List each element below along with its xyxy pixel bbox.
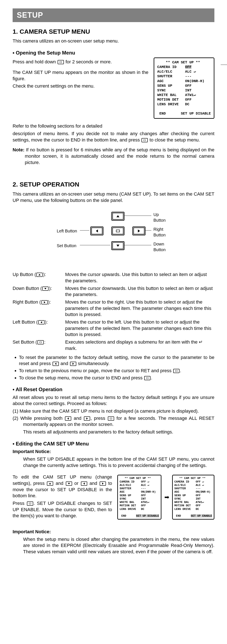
setup-banner: SETUP — [12, 8, 214, 22]
set-button-icon — [108, 416, 114, 421]
check-settings-text: Check the current settings on the menu. — [12, 83, 148, 89]
button-diagram: Up Button Down Button Right Button Left … — [46, 212, 181, 258]
left-button-box — [90, 226, 103, 235]
right-button-label: Right Button — [153, 226, 166, 238]
set-button-icon — [27, 502, 33, 506]
right-button-icon — [100, 482, 106, 486]
important-notice-label-1: Important Notice: — [12, 448, 214, 455]
up-button-label: Up Button — [153, 212, 166, 223]
set-button-box — [111, 226, 124, 235]
all-reset-step2-cont: This resets all adjustments and paramete… — [23, 429, 214, 435]
menu-appears-text: The CAM SET UP menu appears on the monit… — [12, 69, 148, 82]
all-reset-step1: (1) Make sure that the CAM SET UP menu i… — [12, 408, 214, 414]
button-desc-row: Right Button ():Moves the cursor to the … — [12, 298, 214, 318]
down-button-box — [111, 241, 124, 250]
right-button-icon — [41, 300, 48, 304]
set-button-icon — [141, 138, 148, 142]
left-button-icon — [38, 320, 44, 324]
set-button-icon — [144, 376, 151, 380]
refer-text: Refer to the following sections for a de… — [12, 123, 214, 129]
button-desc-row: Down Button ():Moves the cursor downward… — [12, 285, 214, 298]
all-reset-intro: All reset allows you to reset all setup … — [12, 394, 214, 407]
right-button-icon — [84, 416, 90, 421]
set-button-label: Set Button — [57, 243, 76, 249]
important-notice-label-2: Important Notice: — [12, 529, 214, 535]
osd-main-menu: ** CAM SET UP ** CAMERA ID OFF ALC/ELC A… — [154, 58, 214, 119]
button-desc-row: Up Button ():Moves the cursor upwards. U… — [12, 271, 214, 284]
down-button-label: Down Button — [153, 241, 166, 253]
editing-heading: • Editing the CAM SET UP Menu — [12, 440, 214, 447]
osd-disable: ** CAM SET UP ** CAMERA ID OFF ↵ ALC/ELC… — [117, 475, 161, 520]
edit-instructions-1: To edit the CAM SET UP menu (change sett… — [12, 474, 112, 499]
opening-setup-menu-heading: • Opening the Setup Menu — [12, 50, 214, 56]
set-button-icon — [58, 60, 64, 64]
up-button-icon — [36, 273, 43, 277]
description-close-text: description of menu items. If you decide… — [12, 130, 214, 143]
arrow-right-icon: ➡ — [164, 493, 169, 501]
section-1-intro: This camera utilizes an on-screen user s… — [12, 38, 214, 44]
all-reset-step2: (2) While pressing both and , press for … — [12, 415, 214, 428]
press-hold-text: Press and hold down for 2 seconds or mor… — [12, 59, 148, 65]
bullet-item: To close the setup menu, move the cursor… — [19, 375, 214, 381]
section-1-title: 1. CAMERA SETUP MENU — [12, 27, 214, 36]
set-button-icon — [173, 369, 180, 373]
important-notice-1: When SET UP DISABLE appears in the botto… — [23, 456, 214, 468]
right-button-icon — [70, 362, 76, 366]
section-2-title: 2. SETUP OPERATION — [12, 180, 214, 189]
left-button-icon — [81, 482, 87, 486]
button-description-table: Up Button ():Moves the cursor upwards. U… — [12, 271, 214, 352]
up-button-box — [111, 212, 124, 221]
bullet-item: To reset the parameter to the factory de… — [19, 354, 214, 367]
up-button-icon — [47, 482, 53, 486]
note-6min: Note: If no button is pressed for 6 minu… — [12, 147, 214, 166]
left-button-icon — [65, 416, 71, 421]
down-button-icon — [42, 286, 48, 291]
all-reset-heading: • All Reset Operation — [12, 386, 214, 393]
button-desc-row: Set Button (:Executes selections and dis… — [12, 338, 214, 352]
section-2-intro: This camera utilizes an on-screen user s… — [12, 191, 214, 203]
important-notice-2: When the setup menu is closed after chan… — [23, 536, 214, 555]
osd-enable: ** CAM SET UP ** CAMERA ID OFF ↵ ALC/ELC… — [172, 475, 214, 520]
left-button-icon — [52, 362, 59, 366]
button-desc-row: Left Button ():Moves the cursor to the l… — [12, 318, 214, 338]
edit-instructions-2: Press . SET UP DISABLE changes to SET UP… — [12, 500, 112, 519]
left-button-label: Left Button — [57, 228, 77, 234]
operation-bullets: To reset the parameter to the factory de… — [19, 354, 214, 381]
bullet-item: To return to the previous menu or page, … — [19, 368, 214, 374]
right-button-box — [132, 226, 145, 235]
down-button-icon — [66, 482, 72, 486]
set-button-icon — [37, 340, 44, 344]
